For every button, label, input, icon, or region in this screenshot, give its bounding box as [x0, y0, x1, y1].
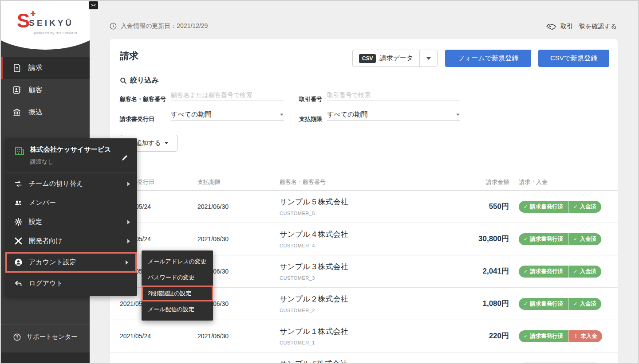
customer-name: サンプル５株式会社	[280, 197, 348, 207]
filter-heading: 絞り込み	[120, 76, 159, 85]
menu-item-team-switch[interactable]: チームの切り替え	[5, 174, 137, 193]
question-circle-icon	[13, 333, 21, 341]
transaction-filter-input[interactable]	[327, 89, 460, 101]
customer-code: CUSTOMER_3	[280, 275, 348, 281]
csv-dropdown-toggle[interactable]	[419, 50, 437, 67]
logo-s: S	[17, 12, 29, 29]
filter-heading-text: 絞り込み	[130, 76, 159, 85]
due-date-cell: 2021/06/30	[197, 333, 229, 340]
amount-cell: 30,800円	[420, 234, 509, 244]
payment-updated-status: 入金情報の更新日：2021/12/29	[110, 22, 208, 30]
building-icon	[14, 146, 25, 157]
status-badges: ✓請求書発行済 ！未入金	[519, 330, 602, 342]
logout-arrow-icon	[14, 279, 23, 288]
payment-updated-text: 入金情報の更新日：2021/12/29	[121, 22, 208, 30]
customers-book-icon	[12, 86, 21, 94]
powered-by-text: powered by Biz Forward	[1, 31, 90, 35]
due-date-filter-label: 支払期限	[299, 115, 322, 123]
col-due-date: 支払期限	[197, 178, 221, 186]
csv-register-button[interactable]: CSVで新規登録	[538, 50, 609, 67]
issue-date-select[interactable]: すべての期間	[171, 109, 284, 121]
clock-icon	[110, 23, 117, 30]
sidebar-collapse-button[interactable]: ><	[89, 1, 98, 9]
customer-code: CUSTOMER_5	[280, 211, 348, 216]
customer-code: CUSTOMER_4	[280, 243, 348, 248]
sidebar-nav: 請求 顧客 振込	[1, 57, 90, 123]
sidebar-bottom-strip	[1, 352, 90, 363]
sidebar-divider	[1, 324, 90, 325]
menu-item-developers[interactable]: 開発者向け	[5, 231, 137, 250]
issue-date-cell: 2021/05/24	[120, 333, 151, 340]
bank-icon	[12, 108, 21, 117]
customer-name: サンプル３株式会社	[280, 262, 348, 272]
sidebar-item-support[interactable]: サポートセンター	[1, 328, 90, 346]
menu-item-settings[interactable]: 設定	[5, 212, 137, 231]
customer-cell: サンプル１株式会社 CUSTOMER_1	[280, 326, 348, 345]
invoice-status-badge: ✓請求書発行済	[519, 201, 568, 213]
members-icon	[14, 199, 23, 207]
table-row[interactable]: サンプル-5株式会社 ✓請求書発行済 ✓入金済	[110, 352, 618, 364]
account-popup-menu: 株式会社ケッサイサービス 譲渡なし チームの切り替え メンバー 設定	[5, 138, 137, 296]
payment-status-badge: ✓入金済	[568, 266, 601, 278]
customer-code: CUSTOMER_2	[280, 308, 348, 313]
customer-name: サンプル４株式会社	[280, 229, 348, 239]
search-icon	[120, 77, 127, 84]
check-icon: ✓	[524, 330, 528, 342]
customer-name: サンプル-5株式会社	[280, 359, 347, 364]
menu-divider	[5, 172, 137, 172]
customer-filter-input[interactable]	[171, 89, 284, 101]
check-icon: ✓	[573, 298, 577, 310]
col-status: 請求・入金	[519, 178, 548, 186]
support-label: サポートセンター	[27, 333, 77, 341]
check-icon: ✓	[524, 201, 528, 213]
swap-icon	[14, 180, 23, 188]
devtools-icon	[14, 237, 23, 245]
check-icon: ✓	[573, 266, 577, 278]
check-icon: ✓	[573, 201, 577, 213]
csv-data-label: 請求データ	[379, 54, 413, 63]
chevron-right-icon	[127, 239, 130, 243]
invoice-status-badge: ✓請求書発行済	[519, 266, 568, 278]
form-register-button[interactable]: フォームで新規登録	[445, 50, 531, 67]
customer-code: CUSTOMER_1	[280, 340, 348, 345]
transaction-filter-label: 取引番号	[299, 95, 322, 103]
warning-icon: ！	[573, 330, 578, 342]
submenu-item-email-change[interactable]: メールアドレスの変更	[142, 254, 213, 270]
company-name: 株式会社ケッサイサービス	[30, 145, 128, 154]
amount-cell: 220円	[420, 331, 509, 341]
logo-text: SEIKYŪ	[29, 18, 74, 29]
transactions-link[interactable]: 取引一覧を確認する	[560, 23, 617, 31]
sidebar-item-invoices[interactable]: 請求	[1, 57, 90, 79]
brand-logo: S ✚ SEIKYŪ powered by Biz Forward	[1, 12, 90, 35]
submenu-item-password-change[interactable]: パスワードの変更	[142, 270, 213, 286]
submenu-item-mail-delivery[interactable]: メール配信の設定	[142, 301, 213, 317]
issue-date-filter-label: 請求書発行日	[120, 115, 154, 123]
menu-item-account-settings[interactable]: アカウント設定	[5, 252, 137, 273]
due-date-select[interactable]: すべての期間	[327, 109, 460, 121]
chevron-down-icon	[426, 57, 431, 60]
col-customer: 顧客名・顧客番号	[280, 178, 326, 186]
account-circle-icon	[14, 258, 23, 266]
amount-cell: 2,041円	[420, 266, 509, 276]
table-row[interactable]: 2021/05/24 2021/06/30 サンプル１株式会社 CUSTOMER…	[110, 320, 618, 352]
sidebar-item-label: 請求	[28, 63, 43, 73]
menu-item-logout[interactable]: ログアウト	[5, 274, 137, 293]
due-date-cell: 2021/06/30	[197, 203, 229, 210]
submenu-item-two-factor[interactable]: 2段階認証の設定	[142, 286, 213, 301]
status-badges: ✓請求書発行済 ✓入金済	[519, 201, 601, 213]
check-icon: ✓	[524, 298, 528, 310]
customer-cell: サンプル５株式会社 CUSTOMER_5	[280, 197, 348, 216]
menu-item-members[interactable]: メンバー	[5, 193, 137, 212]
sidebar-item-transfers[interactable]: 振込	[1, 101, 90, 123]
customer-name: サンプル２株式会社	[280, 294, 348, 304]
edit-pencil-icon[interactable]	[121, 154, 128, 161]
status-badges: ✓請求書発行済 ✓入金済	[519, 233, 601, 245]
customer-cell: サンプル４株式会社 CUSTOMER_4	[280, 229, 348, 248]
csv-data-button[interactable]: CSV 請求データ	[352, 50, 438, 67]
table-row[interactable]: 2021/05/24 2021/06/30 サンプル５株式会社 CUSTOMER…	[110, 191, 618, 223]
company-subtitle: 譲渡なし	[30, 158, 128, 166]
due-date-value: すべての期間	[327, 110, 367, 119]
customer-name: サンプル１株式会社	[280, 326, 348, 337]
sidebar-item-customers[interactable]: 顧客	[1, 79, 90, 101]
chevron-right-icon	[127, 182, 130, 186]
